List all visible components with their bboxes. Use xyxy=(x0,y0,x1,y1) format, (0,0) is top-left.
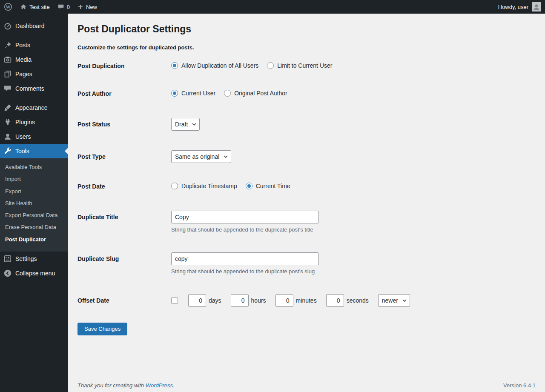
person-icon xyxy=(532,3,541,11)
field-label-duplicate-title: Duplicate Title xyxy=(77,211,171,222)
radio-original-post-author[interactable]: Original Post Author xyxy=(224,90,287,97)
sidebar-item-posts[interactable]: Posts xyxy=(0,38,68,52)
form-row-duplicate-title: Duplicate Title String that should be ap… xyxy=(77,201,536,243)
radio-allow-duplication-all-users[interactable]: Allow Duplication of All Users xyxy=(171,62,258,69)
duplicate-slug-input[interactable] xyxy=(171,252,319,265)
radio-original-author-input[interactable] xyxy=(224,90,231,97)
duplicate-title-input[interactable] xyxy=(171,211,319,223)
form-row-post-duplication: Post Duplication Allow Duplication of Al… xyxy=(77,52,536,80)
sidebar-item-appearance[interactable]: Appearance xyxy=(0,100,68,115)
comment-bubble-icon xyxy=(0,84,15,93)
field-label-post-status: Post Status xyxy=(77,118,171,129)
home-icon xyxy=(20,3,27,10)
offset-minutes-label: minutes xyxy=(296,297,317,304)
sidebar-item-dashboard[interactable]: Dashboard xyxy=(0,19,68,33)
svg-text:W: W xyxy=(6,4,11,9)
field-label-post-duplication: Post Duplication xyxy=(77,62,171,71)
offset-minutes-group: minutes xyxy=(275,294,317,307)
paintbrush-icon xyxy=(0,103,15,112)
page-title: Post Duplicator Settings xyxy=(77,23,536,36)
form-row-post-author: Post Author Current User Original Post A… xyxy=(77,80,536,108)
post-type-select[interactable]: Same as original xyxy=(171,150,231,163)
sidebar-item-label: Plugins xyxy=(15,119,35,126)
wrench-icon xyxy=(0,147,15,155)
sidebar-item-label: Media xyxy=(15,56,32,63)
offset-seconds-input[interactable] xyxy=(326,294,344,307)
offset-minutes-input[interactable] xyxy=(275,294,293,307)
wordpress-logo-icon: W xyxy=(4,3,12,11)
radio-duplicate-timestamp[interactable]: Duplicate Timestamp xyxy=(171,183,237,189)
submenu-item-available-tools[interactable]: Available Tools xyxy=(0,161,68,173)
radio-current-user-input[interactable] xyxy=(171,90,178,97)
radio-duplicate-timestamp-input[interactable] xyxy=(171,183,178,189)
sidebar-item-users[interactable]: Users xyxy=(0,129,68,144)
offset-hours-label: hours xyxy=(251,297,266,304)
radio-label: Original Post Author xyxy=(234,90,287,97)
offset-direction-select[interactable]: newer xyxy=(378,294,410,307)
sidebar-item-label: Collapse menu xyxy=(15,270,55,277)
radio-allow-duplication-input[interactable] xyxy=(171,62,178,69)
save-changes-button[interactable]: Save Changes xyxy=(77,323,127,335)
admin-bar: W Test site 0 New Howdy, user xyxy=(0,0,545,14)
offset-date-checkbox[interactable] xyxy=(171,297,178,304)
sidebar-item-label: Appearance xyxy=(15,104,48,111)
my-account-menu[interactable]: Howdy, user xyxy=(494,0,545,14)
radio-label: Duplicate Timestamp xyxy=(181,183,237,189)
site-name-label: Test site xyxy=(29,4,50,10)
sidebar-item-comments[interactable]: Comments xyxy=(0,81,68,96)
admin-bar-right: Howdy, user xyxy=(494,0,545,14)
howdy-label: Howdy, user xyxy=(498,4,528,10)
comments-menu[interactable]: 0 xyxy=(54,0,74,14)
sidebar-item-tools[interactable]: Tools xyxy=(0,144,68,158)
offset-hours-input[interactable] xyxy=(231,294,249,307)
pushpin-icon xyxy=(0,41,15,49)
radio-label: Limit to Current User xyxy=(277,62,332,69)
radio-label: Current Time xyxy=(256,183,290,189)
radio-current-user[interactable]: Current User xyxy=(171,90,215,97)
camera-icon xyxy=(0,55,15,64)
sidebar-item-plugins[interactable]: Plugins xyxy=(0,115,68,129)
intro-text: Customize the settings for duplicated po… xyxy=(77,44,536,51)
offset-seconds-group: seconds xyxy=(326,294,369,307)
post-type-select-wrap: Same as original xyxy=(171,150,231,163)
radio-current-time-input[interactable] xyxy=(246,183,252,189)
sidebar-item-pages[interactable]: Pages xyxy=(0,67,68,81)
site-name-menu[interactable]: Test site xyxy=(16,0,54,14)
duplicate-slug-help: String that should be appended to the du… xyxy=(171,268,315,275)
field-label-post-type: Post Type xyxy=(77,150,171,161)
sidebar-item-label: Tools xyxy=(15,148,29,155)
offset-days-label: days xyxy=(209,297,221,304)
radio-limit-current-input[interactable] xyxy=(267,62,274,69)
sidebar-item-settings[interactable]: Settings xyxy=(0,252,68,266)
radio-limit-to-current-user[interactable]: Limit to Current User xyxy=(267,62,332,69)
sidebar-item-label: Users xyxy=(15,133,31,140)
plus-icon xyxy=(77,4,83,10)
sidebar-item-media[interactable]: Media xyxy=(0,52,68,67)
admin-bar-left: W Test site 0 New xyxy=(0,0,101,14)
form-row-post-date: Post Date Duplicate Timestamp Current Ti… xyxy=(77,173,536,201)
settings-sliders-icon xyxy=(0,255,15,263)
sidebar-item-label: Comments xyxy=(15,85,44,92)
submenu-item-export-personal-data[interactable]: Export Personal Data xyxy=(0,209,68,221)
wordpress-logo-menu[interactable]: W xyxy=(0,0,16,14)
menu-separator xyxy=(0,33,68,38)
form-row-duplicate-slug: Duplicate Slug String that should be app… xyxy=(77,243,536,284)
sidebar-item-label: Dashboard xyxy=(15,23,45,29)
submenu-item-import[interactable]: Import xyxy=(0,173,68,185)
offset-days-input[interactable] xyxy=(188,294,206,307)
collapse-menu-button[interactable]: Collapse menu xyxy=(0,266,68,280)
submenu-item-post-duplicator[interactable]: Post Duplicator xyxy=(0,234,68,246)
submenu-item-erase-personal-data[interactable]: Erase Personal Data xyxy=(0,221,68,233)
submenu-item-export[interactable]: Export xyxy=(0,186,68,197)
comments-count: 0 xyxy=(67,4,70,10)
plug-icon xyxy=(0,118,15,126)
dashboard-icon xyxy=(0,22,15,30)
radio-current-time[interactable]: Current Time xyxy=(246,183,290,189)
submenu-item-site-health[interactable]: Site Health xyxy=(0,197,68,209)
new-content-menu[interactable]: New xyxy=(74,0,101,14)
radio-label: Current User xyxy=(181,90,215,97)
footer: Thank you for creating with WordPress. V… xyxy=(77,375,536,392)
post-status-select[interactable]: Draft xyxy=(171,118,200,131)
wordpress-link[interactable]: WordPress xyxy=(146,382,173,389)
new-label: New xyxy=(86,4,97,10)
